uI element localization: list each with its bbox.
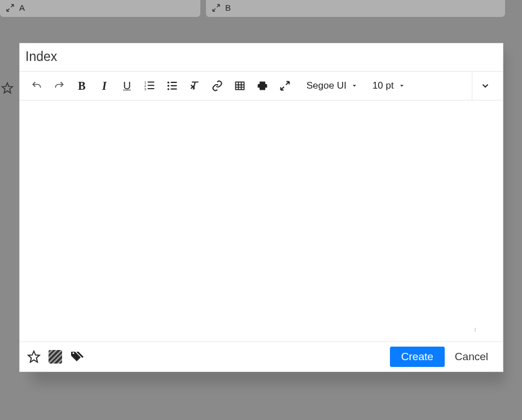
modal-footer: Create Cancel bbox=[20, 342, 503, 371]
table-button[interactable] bbox=[230, 76, 250, 95]
editor-modal: Index B I U 123 Sego bbox=[19, 43, 503, 372]
link-button[interactable] bbox=[207, 76, 227, 95]
clear-format-icon bbox=[189, 80, 200, 91]
toolbar-separator bbox=[472, 72, 472, 100]
editor-toolbar: B I U 123 Segoe UI 10 pt bbox=[20, 72, 503, 100]
font-family-value: Segoe UI bbox=[306, 80, 346, 91]
tag-icon bbox=[70, 350, 84, 364]
print-button[interactable] bbox=[252, 76, 273, 95]
print-icon bbox=[257, 80, 268, 91]
caret-down-icon bbox=[351, 82, 358, 89]
svg-text:3: 3 bbox=[144, 88, 146, 91]
redo-icon bbox=[54, 80, 65, 91]
hatch-icon bbox=[49, 350, 62, 364]
background-card-b: B bbox=[206, 0, 505, 17]
cancel-button[interactable]: Cancel bbox=[449, 347, 494, 367]
favorite-button[interactable] bbox=[25, 348, 42, 365]
ordered-list-button[interactable]: 123 bbox=[139, 76, 160, 95]
undo-icon bbox=[31, 80, 42, 91]
bold-button[interactable]: B bbox=[72, 76, 92, 95]
svg-marker-0 bbox=[2, 83, 12, 93]
create-button[interactable]: Create bbox=[390, 347, 445, 367]
clear-formatting-button[interactable] bbox=[185, 76, 205, 95]
unordered-list-button[interactable] bbox=[162, 76, 182, 95]
star-icon bbox=[27, 350, 41, 364]
fullscreen-icon bbox=[279, 80, 291, 91]
chevron-down-icon bbox=[480, 81, 490, 91]
font-size-dropdown[interactable]: 10 pt bbox=[363, 80, 409, 91]
expand-icon bbox=[212, 3, 221, 12]
font-size-value: 10 pt bbox=[372, 80, 394, 91]
svg-rect-2 bbox=[148, 82, 155, 83]
fullscreen-button[interactable] bbox=[275, 76, 295, 95]
toolbar-overflow-button[interactable] bbox=[475, 81, 496, 91]
editor-textarea[interactable] bbox=[20, 100, 503, 342]
table-icon bbox=[234, 80, 245, 91]
unordered-list-icon bbox=[166, 80, 178, 91]
link-icon bbox=[212, 80, 223, 91]
modal-title: Index bbox=[20, 43, 503, 72]
favorite-star-background[interactable] bbox=[1, 82, 14, 97]
redo-button[interactable] bbox=[49, 76, 69, 95]
card-a-label: A bbox=[19, 3, 25, 12]
undo-button[interactable] bbox=[27, 76, 47, 95]
ordered-list-icon: 123 bbox=[144, 80, 155, 91]
font-family-dropdown[interactable]: Segoe UI bbox=[297, 80, 361, 91]
svg-point-7 bbox=[168, 82, 169, 84]
svg-rect-6 bbox=[148, 88, 155, 89]
caret-down-icon bbox=[398, 82, 405, 89]
text-cursor-icon bbox=[475, 323, 476, 336]
svg-rect-8 bbox=[171, 82, 177, 83]
svg-point-9 bbox=[168, 85, 169, 86]
svg-marker-14 bbox=[28, 351, 40, 362]
card-b-label: B bbox=[225, 3, 231, 12]
svg-rect-10 bbox=[171, 85, 177, 86]
underline-button[interactable]: U bbox=[117, 76, 137, 95]
texture-button[interactable] bbox=[47, 348, 64, 365]
svg-rect-4 bbox=[148, 85, 155, 86]
expand-icon bbox=[6, 3, 15, 12]
tag-button[interactable] bbox=[68, 348, 85, 365]
svg-rect-13 bbox=[236, 82, 244, 89]
svg-point-11 bbox=[168, 88, 169, 90]
background-card-a: A bbox=[0, 0, 200, 17]
svg-rect-12 bbox=[171, 89, 177, 90]
italic-button[interactable]: I bbox=[94, 76, 115, 95]
